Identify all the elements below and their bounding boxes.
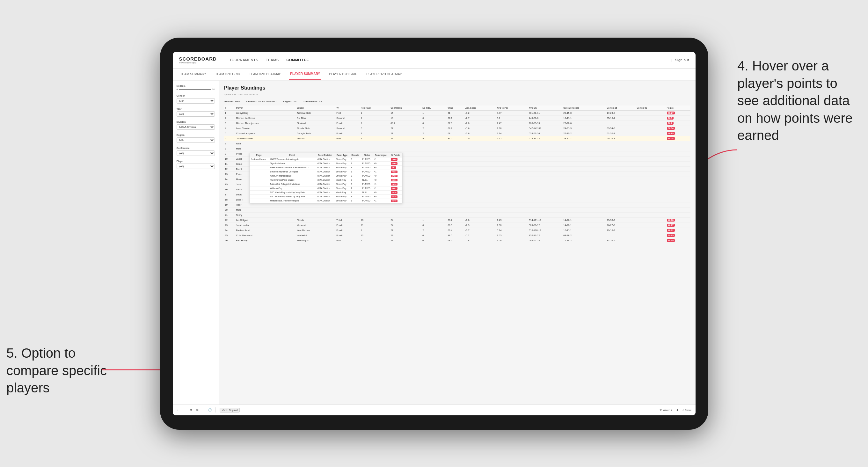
subnav-team-h2h-heatmap[interactable]: TEAM H2H HEATMAP: [248, 68, 282, 80]
cell-points[interactable]: [666, 177, 690, 182]
cell-vs25: [606, 233, 636, 238]
cell-points[interactable]: 70.2: [666, 121, 690, 126]
cell-points[interactable]: 88.27: [666, 110, 690, 115]
cell-points[interactable]: [666, 146, 690, 151]
subnav-team-summary[interactable]: TEAM SUMMARY: [179, 68, 208, 80]
points-badge[interactable]: 40.02: [667, 229, 675, 232]
cell-points[interactable]: 38.54: [666, 126, 690, 131]
cell-vs50: [636, 182, 665, 187]
points-badge[interactable]: 40.68: [667, 219, 675, 222]
cell-avg-par: [496, 146, 528, 151]
toolbar-view[interactable]: View: Original: [220, 408, 240, 412]
cell-points[interactable]: [666, 141, 690, 146]
toolbar-share-label: Share: [685, 409, 691, 411]
cell-points[interactable]: [666, 197, 690, 202]
subnav-player-summary[interactable]: PLAYER SUMMARY: [289, 68, 321, 80]
toolbar-back[interactable]: ←: [177, 408, 180, 411]
cell-points[interactable]: 40.68: [666, 217, 690, 222]
tooltip-cell-w-points: 56.38: [390, 194, 402, 198]
sidebar: No Rds. 4 52 Gender Men: [173, 81, 219, 405]
tooltip-cell-rounds: 3: [350, 157, 361, 161]
cell-points[interactable]: 38.18: [666, 136, 690, 141]
cell-conf-rank: 23: [390, 233, 422, 238]
cell-reg-rank: [360, 141, 390, 146]
points-badge[interactable]: 40.89: [667, 132, 675, 135]
tooltip-cell-division: NCAA Division I: [316, 194, 335, 198]
cell-rank: 17: [224, 192, 235, 197]
toolbar-copy[interactable]: ⧉: [196, 408, 198, 412]
toolbar-refresh[interactable]: ↺: [190, 408, 192, 411]
cell-adj-score: [464, 182, 496, 187]
cell-vs25: [606, 141, 636, 146]
points-badge[interactable]: 38.49: [667, 239, 675, 242]
cell-vs25: [606, 197, 636, 202]
cell-points[interactable]: [666, 166, 690, 172]
cell-conf-rank: 21: [390, 131, 422, 136]
sidebar-conference-select[interactable]: (All): [177, 151, 215, 156]
cell-points[interactable]: [666, 151, 690, 156]
subnav-team-h2h-grid[interactable]: TEAM H2H GRID: [214, 68, 241, 80]
subnav-player-h2h-heatmap[interactable]: PLAYER H2H HEATMAP: [365, 68, 403, 80]
subnav-player-h2h-grid[interactable]: PLAYER H2H GRID: [328, 68, 359, 80]
cell-points[interactable]: 40.02: [666, 227, 690, 233]
cell-points[interactable]: [666, 156, 690, 161]
cell-rank: 1: [224, 110, 235, 115]
logo-area: SCOREBOARD Powered by clippi: [179, 56, 217, 64]
tooltip-cell-player: [250, 198, 269, 203]
sidebar-gender-select[interactable]: Men: [177, 98, 215, 103]
cell-vs25: [606, 172, 636, 177]
sidebar-division-select[interactable]: NCAA Division I: [177, 124, 215, 130]
sidebar-year-select[interactable]: (All): [177, 111, 215, 117]
cell-school: Missouri: [296, 222, 335, 227]
toolbar-forward[interactable]: →: [183, 408, 186, 411]
cell-points[interactable]: 76.3: [666, 115, 690, 121]
sidebar-region-select[interactable]: N/A: [177, 137, 215, 143]
cell-rds: [422, 207, 446, 212]
cell-points[interactable]: [666, 202, 690, 207]
cell-points[interactable]: [666, 207, 690, 212]
points-badge[interactable]: 38.18: [667, 137, 675, 140]
cell-player: Cole Sherwood: [235, 233, 296, 238]
points-badge[interactable]: 88.27: [667, 112, 675, 115]
cell-points[interactable]: 40.89: [666, 131, 690, 136]
cell-points[interactable]: [666, 182, 690, 187]
cell-points[interactable]: 38.49: [666, 238, 690, 243]
cell-points[interactable]: [666, 192, 690, 197]
toolbar-watch[interactable]: 👁 Watch ▾: [659, 409, 672, 411]
nav-sign-out[interactable]: Sign out: [675, 57, 689, 63]
nav-committee[interactable]: COMMITTEE: [286, 57, 309, 63]
tooltip-cell-player: [250, 178, 269, 182]
sidebar-no-rds-slider[interactable]: [179, 89, 211, 90]
toolbar-download[interactable]: ⬇: [676, 408, 679, 411]
toolbar-clock[interactable]: 🕐: [208, 408, 212, 411]
points-badge[interactable]: 70.2: [667, 122, 674, 125]
points-badge[interactable]: 39.95: [667, 234, 675, 237]
cell-rds: 2: [422, 227, 446, 233]
points-badge[interactable]: 76.3: [667, 117, 674, 120]
nav-teams[interactable]: TEAMS: [266, 57, 279, 63]
cell-school: Florida: [296, 217, 335, 222]
points-badge[interactable]: 40.27: [667, 224, 675, 227]
toolbar-share[interactable]: ⤴ Share: [682, 409, 691, 411]
update-time: Update time: 27/01/2024 16:56:26: [224, 93, 266, 96]
cell-points[interactable]: 39.95: [666, 233, 690, 238]
nav-tournaments[interactable]: TOURNAMENTS: [229, 57, 258, 63]
tooltip-cell-status: PLAYED: [361, 174, 373, 178]
cell-points[interactable]: [666, 187, 690, 192]
cell-player: Jack Lundin: [235, 222, 296, 227]
cell-points[interactable]: [666, 161, 690, 166]
tooltip-cell-status: PLAYED: [361, 198, 373, 203]
cell-rank: 23: [224, 222, 235, 227]
points-badge[interactable]: 38.54: [667, 127, 675, 130]
cell-points[interactable]: [666, 172, 690, 177]
cell-points[interactable]: 40.27: [666, 222, 690, 227]
cell-adj-score: [464, 146, 496, 151]
col-yr: Yr: [335, 105, 360, 111]
cell-reg-rank: [360, 146, 390, 151]
cell-wins: [446, 192, 464, 197]
cell-points[interactable]: [666, 212, 690, 217]
sidebar-player-select[interactable]: (All): [177, 163, 215, 169]
toolbar-dots[interactable]: ···: [202, 408, 205, 411]
cell-player: Mattl: [235, 207, 296, 212]
tooltip-cell-type: Stroke Play: [335, 194, 350, 198]
